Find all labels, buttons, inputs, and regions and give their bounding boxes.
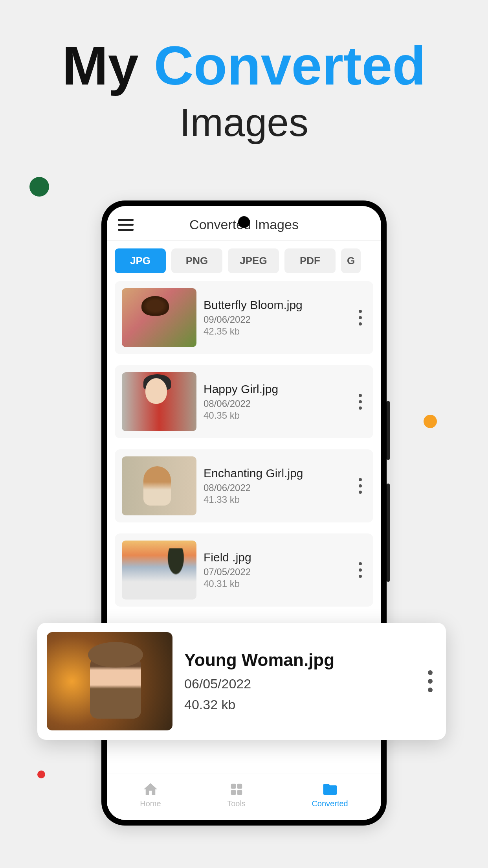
app-header: Converted Images <box>107 206 381 241</box>
hero-word-converted: Converted <box>154 35 426 96</box>
file-date: 08/06/2022 <box>204 482 354 493</box>
file-thumbnail <box>122 456 196 515</box>
file-card[interactable]: Field .jpg 07/05/2022 40.31 kb <box>115 533 373 607</box>
home-icon <box>142 781 159 798</box>
decorative-dot-red <box>37 771 45 778</box>
decorative-dot-green <box>29 177 49 197</box>
nav-tools[interactable]: Tools <box>227 781 246 808</box>
file-name: Butterfly Bloom.jpg <box>204 298 354 312</box>
file-name: Field .jpg <box>204 551 354 564</box>
filter-tab-png[interactable]: PNG <box>171 248 222 273</box>
file-info: Enchanting Girl.jpg 08/06/2022 41.33 kb <box>204 467 354 505</box>
filter-tab-jpg[interactable]: JPG <box>115 248 166 273</box>
file-date: 07/05/2022 <box>204 566 354 577</box>
file-card[interactable]: Butterfly Bloom.jpg 09/06/2022 42.35 kb <box>115 281 373 354</box>
file-date: 06/05/2022 <box>184 676 424 691</box>
more-vertical-icon[interactable] <box>354 474 366 498</box>
bottom-nav: Home Tools Converted <box>107 774 381 820</box>
filter-tab-more[interactable]: G <box>341 248 361 273</box>
highlight-file-card[interactable]: Young Woman.jpg 06/05/2022 40.32 kb <box>37 623 446 740</box>
file-date: 08/06/2022 <box>204 398 354 409</box>
file-name: Enchanting Girl.jpg <box>204 467 354 480</box>
nav-label: Converted <box>312 799 348 808</box>
nav-label: Tools <box>227 799 246 808</box>
phone-side-button <box>387 484 390 582</box>
svg-rect-3 <box>237 790 242 795</box>
tools-icon <box>228 781 245 798</box>
filter-tabs: JPG PNG JPEG PDF G <box>107 241 381 281</box>
folder-icon <box>322 781 338 798</box>
filter-tab-pdf[interactable]: PDF <box>284 248 336 273</box>
more-vertical-icon[interactable] <box>354 558 366 582</box>
hero-word-my: My <box>62 35 138 96</box>
file-name: Young Woman.jpg <box>184 650 424 670</box>
more-vertical-icon[interactable] <box>354 306 366 329</box>
file-size: 40.35 kb <box>204 410 354 421</box>
file-card[interactable]: Enchanting Girl.jpg 08/06/2022 41.33 kb <box>115 449 373 522</box>
file-info: Young Woman.jpg 06/05/2022 40.32 kb <box>184 650 424 712</box>
file-thumbnail <box>122 541 196 600</box>
page-title: Converted Images <box>118 217 370 232</box>
file-date: 09/06/2022 <box>204 314 354 325</box>
file-size: 41.33 kb <box>204 494 354 505</box>
svg-rect-2 <box>231 790 236 795</box>
hero-word-images: Images <box>0 100 488 145</box>
phone-side-button <box>387 401 390 460</box>
filter-tab-jpeg[interactable]: JPEG <box>228 248 279 273</box>
file-size: 42.35 kb <box>204 326 354 337</box>
file-card[interactable]: Happy Girl.jpg 08/06/2022 40.35 kb <box>115 365 373 438</box>
file-thumbnail <box>122 372 196 431</box>
nav-home[interactable]: Home <box>140 781 161 808</box>
file-size: 40.32 kb <box>184 697 424 712</box>
file-thumbnail <box>47 632 172 730</box>
file-info: Happy Girl.jpg 08/06/2022 40.35 kb <box>204 383 354 421</box>
more-vertical-icon[interactable] <box>424 670 437 692</box>
file-info: Butterfly Bloom.jpg 09/06/2022 42.35 kb <box>204 298 354 337</box>
file-name: Happy Girl.jpg <box>204 383 354 396</box>
file-info: Field .jpg 07/05/2022 40.31 kb <box>204 551 354 589</box>
file-size: 40.31 kb <box>204 578 354 589</box>
decorative-dot-orange <box>424 415 437 428</box>
hero-heading: My Converted Images <box>0 0 488 145</box>
svg-rect-1 <box>237 784 242 789</box>
file-thumbnail <box>122 288 196 347</box>
nav-converted[interactable]: Converted <box>312 781 348 808</box>
svg-rect-0 <box>231 784 236 789</box>
more-vertical-icon[interactable] <box>354 390 366 414</box>
nav-label: Home <box>140 799 161 808</box>
